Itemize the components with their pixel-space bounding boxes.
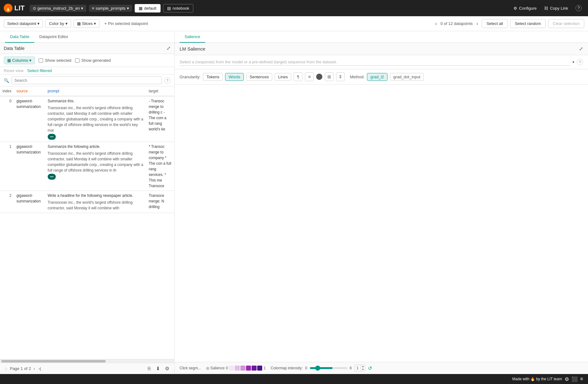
- list-view-btn[interactable]: ≡: [305, 72, 314, 81]
- chevron-down-icon: ▾: [127, 6, 129, 11]
- select-all-btn[interactable]: Select all: [482, 19, 508, 28]
- made-with-label: Made with: [512, 377, 529, 381]
- salience-header: LM Salience ⤢: [175, 43, 588, 55]
- show-selected-checkbox[interactable]: Show selected: [39, 58, 71, 63]
- datapoint-nav: ‹ 0 of 12 datapoints ›: [434, 20, 479, 27]
- pin-label: Pin selected datapoint: [108, 21, 148, 26]
- method-grad-dot-input-btn[interactable]: grad_dot_input: [390, 73, 424, 81]
- show-generated-input[interactable]: [75, 58, 80, 63]
- next-page-btn[interactable]: ›: [32, 366, 36, 372]
- select-filtered-label: Select filtered: [27, 68, 52, 73]
- gear-icon: ⚙: [513, 6, 517, 11]
- slices-btn[interactable]: ▦ Slices ▾: [74, 19, 100, 28]
- copy-link-btn[interactable]: ⛓ Copy Link: [542, 5, 571, 12]
- salience-sequence-select[interactable]: Select a (response) from the model or a …: [180, 58, 570, 66]
- table-row[interactable]: 0 gigaword-summarization Summarize this.…: [0, 96, 174, 142]
- salience-select-row: Select a (response) from the model or a …: [175, 55, 588, 69]
- copy-table-btn[interactable]: ⎘: [147, 365, 152, 372]
- pin-datapoint-btn[interactable]: ⌖ Pin selected datapoint: [102, 20, 150, 28]
- model-selector[interactable]: ⊙ gemma_instruct_2b_en ▾: [30, 5, 86, 12]
- granularity-words-btn[interactable]: Words: [225, 73, 243, 81]
- salience-icon: ◎: [206, 366, 209, 370]
- select-datapoint-label: Select datapoint: [7, 21, 36, 26]
- intensity-value: 1: [354, 365, 361, 371]
- first-page-btn[interactable]: |‹: [4, 366, 9, 372]
- cell-target: - Transoc merge to drilling c - The com …: [146, 96, 174, 142]
- salience-panel: LM Salience ⤢ Select a (response) from t…: [175, 43, 588, 374]
- select-random-btn[interactable]: Select random: [510, 19, 546, 28]
- intensity-arrows: ▲ ▼: [361, 365, 365, 371]
- default-btn-label: default: [144, 6, 157, 11]
- refresh-btn[interactable]: ↺: [368, 365, 372, 371]
- tab-datapoint-editor[interactable]: Datapoint Editor: [34, 31, 73, 43]
- granularity-lines-btn[interactable]: Lines: [275, 73, 291, 81]
- intensity-slider[interactable]: [310, 367, 347, 369]
- configure-btn[interactable]: ⚙ Configure: [511, 5, 539, 12]
- footer-save-btn[interactable]: ⬛: [571, 376, 578, 382]
- dataset-selector[interactable]: ≡ sample_prompts ▾: [89, 5, 132, 12]
- copy-link-label: Copy Link: [550, 6, 568, 11]
- circle-view-btn[interactable]: [316, 74, 322, 80]
- cell-prompt: Write a headline for the following newsp…: [45, 191, 146, 213]
- select-filtered-btn[interactable]: Select filtered: [27, 68, 52, 73]
- default-layout-btn[interactable]: ▦ default: [135, 4, 161, 12]
- table-body: 0 gigaword-summarization Summarize this.…: [0, 96, 174, 213]
- horizontal-scrollbar-thumb[interactable]: [1, 360, 106, 362]
- data-table-wrapper[interactable]: index source prompt target 0 gigaword-su…: [0, 86, 174, 359]
- granularity-sentences-btn[interactable]: Sentences: [246, 73, 272, 81]
- more-btn[interactable]: •••: [48, 174, 56, 180]
- footer-settings-btn[interactable]: ⚙: [565, 376, 569, 382]
- show-selected-input[interactable]: [39, 58, 43, 63]
- slices-icon: ▦: [77, 21, 81, 26]
- cell-target: Transoce merge: N drilling: [146, 191, 174, 213]
- horizontal-scrollbar[interactable]: [0, 359, 174, 363]
- granularity-tokens-btn[interactable]: Tokens: [203, 73, 223, 81]
- paragraph-mark-btn[interactable]: ¶: [294, 72, 302, 81]
- method-grad-l2-btn[interactable]: grad_l2: [367, 73, 387, 81]
- expand-salience-btn[interactable]: ⤢: [579, 46, 583, 52]
- reset-view-btn[interactable]: Reset view: [4, 68, 24, 73]
- help-btn[interactable]: ?: [573, 4, 584, 12]
- app-title: LIT: [14, 4, 25, 12]
- intensity-down-btn[interactable]: ▼: [361, 368, 365, 371]
- table-row[interactable]: 2 gigaword-summarization Write a headlin…: [0, 191, 174, 213]
- click-segment-label: Click segm...: [180, 366, 201, 370]
- show-generated-checkbox[interactable]: Show generated: [75, 58, 111, 63]
- footer-text: Made with 🔥 by the LIT team: [512, 377, 562, 381]
- intensity-up-btn[interactable]: ▲: [361, 365, 365, 368]
- select-datapoint-btn[interactable]: Select datapoint ▾: [4, 19, 43, 28]
- footer-info-btn[interactable]: ≡: [580, 376, 583, 382]
- next-datapoint-btn[interactable]: ›: [475, 20, 479, 27]
- salience-content: [175, 85, 588, 362]
- tab-salience[interactable]: Salience: [180, 31, 205, 43]
- expand-table-btn[interactable]: ⤢: [166, 45, 171, 51]
- page-nav: |‹ Page 1 of 2 › ›|: [4, 366, 42, 372]
- datapoint-count: 0 of 12 datapoints: [441, 21, 473, 26]
- notebook-layout-btn[interactable]: ▤ notebook: [163, 4, 194, 12]
- clear-selection-btn[interactable]: Clear selection: [548, 19, 584, 28]
- top-nav: 🔥 LIT ⊙ gemma_instruct_2b_en ▾ ≡ sample_…: [0, 0, 588, 16]
- pin-icon: ⌖: [104, 21, 107, 26]
- cell-prompt: Summarize the following article. Transoc…: [45, 142, 146, 191]
- search-help-icon[interactable]: ?: [164, 77, 171, 84]
- col-header-prompt: prompt: [45, 86, 146, 96]
- datapoint-editor-tab-label: Datapoint Editor: [39, 34, 68, 39]
- tab-data-table[interactable]: Data Table: [5, 31, 34, 43]
- left-panel-tabs: Data Table Datapoint Editor: [0, 31, 174, 43]
- last-page-btn[interactable]: ›|: [37, 366, 42, 372]
- columns-btn[interactable]: ▦ Columns ▾: [4, 56, 35, 64]
- color-by-btn[interactable]: Color by ▾: [46, 19, 71, 28]
- adjust-view-btn[interactable]: ⇕: [336, 72, 345, 81]
- salience-help-icon[interactable]: ?: [577, 59, 583, 65]
- table-settings-btn[interactable]: ⚙: [164, 365, 171, 372]
- total-pages: 2: [29, 366, 31, 371]
- salience-scale-label: Salience: [210, 366, 225, 370]
- table-row[interactable]: 1 gigaword-summarization Summarize the f…: [0, 142, 174, 191]
- select-random-label: Select random: [515, 21, 541, 26]
- download-table-btn[interactable]: ⬇: [155, 365, 161, 372]
- grid-view-btn[interactable]: ⊞: [325, 72, 334, 81]
- prev-datapoint-btn[interactable]: ‹: [434, 20, 438, 27]
- color-box-4: [246, 366, 251, 371]
- search-input[interactable]: [12, 76, 162, 84]
- more-btn[interactable]: •••: [48, 134, 56, 140]
